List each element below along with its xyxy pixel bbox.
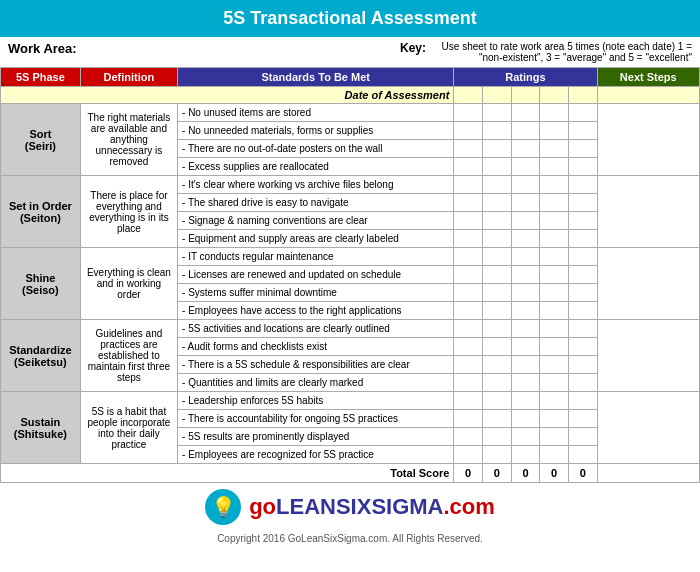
rating-3-0-2[interactable] bbox=[511, 320, 540, 338]
rating-2-0-0[interactable] bbox=[454, 248, 483, 266]
rating-2-1-3[interactable] bbox=[540, 266, 569, 284]
rating-1-2-4[interactable] bbox=[568, 212, 597, 230]
rating-2-1-1[interactable] bbox=[482, 266, 511, 284]
rating-4-1-1[interactable] bbox=[482, 410, 511, 428]
rating-2-1-2[interactable] bbox=[511, 266, 540, 284]
rating-3-0-0[interactable] bbox=[454, 320, 483, 338]
rating-2-3-2[interactable] bbox=[511, 302, 540, 320]
date-col-5[interactable] bbox=[568, 87, 597, 104]
rating-1-0-3[interactable] bbox=[540, 176, 569, 194]
next-step-2-0[interactable] bbox=[597, 248, 699, 320]
rating-2-0-3[interactable] bbox=[540, 248, 569, 266]
rating-0-0-4[interactable] bbox=[568, 104, 597, 122]
rating-4-3-2[interactable] bbox=[511, 446, 540, 464]
rating-0-2-0[interactable] bbox=[454, 140, 483, 158]
date-col-1[interactable] bbox=[454, 87, 483, 104]
rating-1-2-1[interactable] bbox=[482, 212, 511, 230]
rating-3-0-3[interactable] bbox=[540, 320, 569, 338]
rating-0-3-2[interactable] bbox=[511, 158, 540, 176]
rating-3-2-3[interactable] bbox=[540, 356, 569, 374]
rating-4-0-2[interactable] bbox=[511, 392, 540, 410]
rating-4-1-2[interactable] bbox=[511, 410, 540, 428]
rating-2-1-0[interactable] bbox=[454, 266, 483, 284]
rating-1-1-0[interactable] bbox=[454, 194, 483, 212]
rating-1-0-1[interactable] bbox=[482, 176, 511, 194]
rating-0-0-3[interactable] bbox=[540, 104, 569, 122]
rating-0-1-0[interactable] bbox=[454, 122, 483, 140]
rating-4-3-0[interactable] bbox=[454, 446, 483, 464]
rating-0-3-3[interactable] bbox=[540, 158, 569, 176]
rating-4-2-2[interactable] bbox=[511, 428, 540, 446]
rating-2-0-1[interactable] bbox=[482, 248, 511, 266]
rating-2-0-4[interactable] bbox=[568, 248, 597, 266]
rating-0-1-2[interactable] bbox=[511, 122, 540, 140]
rating-2-2-1[interactable] bbox=[482, 284, 511, 302]
rating-0-3-0[interactable] bbox=[454, 158, 483, 176]
rating-0-2-3[interactable] bbox=[540, 140, 569, 158]
rating-1-0-2[interactable] bbox=[511, 176, 540, 194]
rating-2-3-4[interactable] bbox=[568, 302, 597, 320]
rating-3-1-2[interactable] bbox=[511, 338, 540, 356]
rating-3-0-4[interactable] bbox=[568, 320, 597, 338]
rating-0-2-1[interactable] bbox=[482, 140, 511, 158]
rating-3-3-0[interactable] bbox=[454, 374, 483, 392]
rating-4-0-1[interactable] bbox=[482, 392, 511, 410]
rating-0-1-4[interactable] bbox=[568, 122, 597, 140]
rating-0-1-3[interactable] bbox=[540, 122, 569, 140]
next-step-0-0[interactable] bbox=[597, 104, 699, 176]
rating-3-2-4[interactable] bbox=[568, 356, 597, 374]
rating-2-2-0[interactable] bbox=[454, 284, 483, 302]
rating-3-2-2[interactable] bbox=[511, 356, 540, 374]
rating-4-3-1[interactable] bbox=[482, 446, 511, 464]
rating-1-1-4[interactable] bbox=[568, 194, 597, 212]
rating-0-1-1[interactable] bbox=[482, 122, 511, 140]
next-step-4-0[interactable] bbox=[597, 392, 699, 464]
rating-2-2-2[interactable] bbox=[511, 284, 540, 302]
date-col-3[interactable] bbox=[511, 87, 540, 104]
rating-4-0-0[interactable] bbox=[454, 392, 483, 410]
rating-3-1-3[interactable] bbox=[540, 338, 569, 356]
rating-1-3-4[interactable] bbox=[568, 230, 597, 248]
rating-2-0-2[interactable] bbox=[511, 248, 540, 266]
rating-1-3-1[interactable] bbox=[482, 230, 511, 248]
rating-4-1-4[interactable] bbox=[568, 410, 597, 428]
rating-0-3-1[interactable] bbox=[482, 158, 511, 176]
rating-4-1-3[interactable] bbox=[540, 410, 569, 428]
rating-4-1-0[interactable] bbox=[454, 410, 483, 428]
rating-0-0-0[interactable] bbox=[454, 104, 483, 122]
rating-1-1-1[interactable] bbox=[482, 194, 511, 212]
rating-2-3-0[interactable] bbox=[454, 302, 483, 320]
rating-3-0-1[interactable] bbox=[482, 320, 511, 338]
rating-3-2-1[interactable] bbox=[482, 356, 511, 374]
rating-0-0-1[interactable] bbox=[482, 104, 511, 122]
rating-1-2-0[interactable] bbox=[454, 212, 483, 230]
next-step-1-0[interactable] bbox=[597, 176, 699, 248]
rating-1-2-3[interactable] bbox=[540, 212, 569, 230]
rating-1-1-2[interactable] bbox=[511, 194, 540, 212]
rating-2-2-3[interactable] bbox=[540, 284, 569, 302]
rating-1-2-2[interactable] bbox=[511, 212, 540, 230]
rating-2-3-1[interactable] bbox=[482, 302, 511, 320]
rating-1-3-0[interactable] bbox=[454, 230, 483, 248]
rating-4-2-0[interactable] bbox=[454, 428, 483, 446]
next-step-3-0[interactable] bbox=[597, 320, 699, 392]
rating-0-2-2[interactable] bbox=[511, 140, 540, 158]
rating-2-1-4[interactable] bbox=[568, 266, 597, 284]
rating-3-1-1[interactable] bbox=[482, 338, 511, 356]
rating-4-2-4[interactable] bbox=[568, 428, 597, 446]
rating-3-3-4[interactable] bbox=[568, 374, 597, 392]
rating-2-2-4[interactable] bbox=[568, 284, 597, 302]
date-col-2[interactable] bbox=[482, 87, 511, 104]
rating-3-3-2[interactable] bbox=[511, 374, 540, 392]
rating-3-3-1[interactable] bbox=[482, 374, 511, 392]
rating-4-3-3[interactable] bbox=[540, 446, 569, 464]
rating-0-3-4[interactable] bbox=[568, 158, 597, 176]
rating-4-2-3[interactable] bbox=[540, 428, 569, 446]
rating-0-0-2[interactable] bbox=[511, 104, 540, 122]
rating-1-0-4[interactable] bbox=[568, 176, 597, 194]
rating-1-1-3[interactable] bbox=[540, 194, 569, 212]
date-col-4[interactable] bbox=[540, 87, 569, 104]
rating-3-1-4[interactable] bbox=[568, 338, 597, 356]
rating-2-3-3[interactable] bbox=[540, 302, 569, 320]
rating-1-3-3[interactable] bbox=[540, 230, 569, 248]
